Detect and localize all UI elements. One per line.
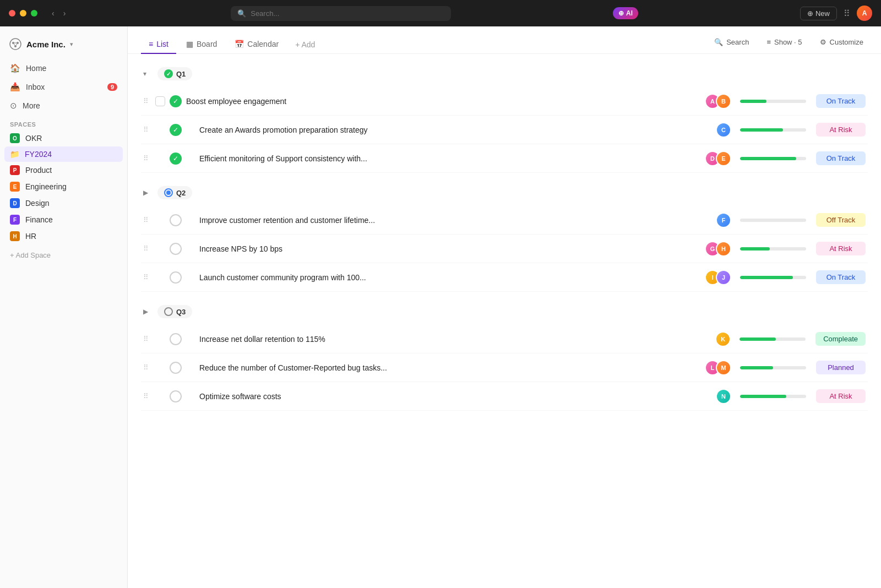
global-search[interactable]: 🔍 [231,6,451,21]
progress-track [740,247,806,251]
drag-handle[interactable]: ⠿ [143,154,151,162]
task-status-empty[interactable] [170,390,182,402]
filter-icon: ≡ [766,38,771,46]
search-action[interactable]: 🔍 Search [710,36,753,48]
q3-circle-icon [164,307,173,316]
progress-fill [740,366,773,369]
task-row: ⠿ ✓ Create an Awards promotion preparati… [141,116,868,144]
view-header: ≡ List ▦ Board 📅 Calendar + Add 🔍 [128,26,881,54]
tab-list[interactable]: ≡ List [141,35,176,54]
tab-calendar[interactable]: 📅 Calendar [227,35,286,54]
plus-icon: ⊕ [807,9,813,18]
status-badge[interactable]: Off Track [816,213,866,227]
group-q3-badge: Q3 [157,305,192,318]
task-status-done[interactable]: ✓ [170,153,182,165]
task-row: ⠿ ✓ Efficient monitoring of Support cons… [141,144,868,173]
main-layout: Acme Inc. ▾ 🏠 Home 📥 Inbox 9 ⊙ More S [0,26,881,588]
add-view-button[interactable]: + Add [289,36,322,53]
engineering-dot: E [10,182,20,192]
drag-handle[interactable]: ⠿ [143,363,151,372]
sidebar-item-home[interactable]: 🏠 Home [4,59,123,77]
task-avatars: N [716,389,731,404]
drag-handle[interactable]: ⠿ [143,126,151,134]
sidebar-item-more[interactable]: ⊙ More [4,97,123,115]
task-checkbox[interactable] [155,96,165,106]
more-icon: ⊙ [10,101,17,111]
task-status-empty[interactable] [170,333,182,345]
task-avatars: K [715,331,731,347]
task-name: Efficient monitoring of Support consiste… [186,154,700,163]
forward-button[interactable]: › [60,8,69,19]
status-badge[interactable]: At Risk [816,242,866,255]
status-badge[interactable]: Compleate [815,332,866,346]
okr-dot: O [10,133,20,143]
progress-track [740,128,806,132]
add-space-button[interactable]: + Add Space [0,247,127,264]
task-avatars: A B [705,94,731,109]
task-row: ⠿ Optimize software costs N At Risk [141,382,868,411]
drag-handle[interactable]: ⠿ [143,97,151,105]
ai-badge[interactable]: ⊕ AI [613,7,638,19]
progress-track [740,100,806,103]
task-status-done[interactable]: ✓ [170,124,182,136]
drag-handle[interactable]: ⠿ [143,335,151,343]
search-input[interactable] [251,9,444,18]
customize-action[interactable]: ⚙ Customize [815,36,868,48]
logo-area[interactable]: Acme Inc. ▾ [0,33,127,59]
task-name: Reduce the number of Customer-Reported b… [186,363,700,372]
drag-handle[interactable]: ⠿ [143,273,151,281]
status-badge[interactable]: At Risk [816,123,866,137]
divider [141,173,868,182]
close-button[interactable] [9,10,15,17]
task-name: Increase NPS by 10 bps [186,244,700,253]
sidebar-item-design[interactable]: D Design [4,195,123,211]
sidebar-item-inbox[interactable]: 📥 Inbox 9 [4,78,123,96]
drag-handle[interactable]: ⠿ [143,216,151,224]
sidebar-item-fy2024[interactable]: 📁 FY2024 [4,146,123,162]
group-q3-toggle[interactable]: ▶ [143,308,152,315]
drag-handle[interactable]: ⠿ [143,392,151,400]
task-avatars: G H [705,241,731,257]
group-q1-header: ▾ ✓ Q1 [141,63,868,85]
maximize-button[interactable] [31,10,37,17]
sidebar-item-hr[interactable]: H HR [4,228,123,244]
sidebar-item-okr[interactable]: O OKR [4,130,123,146]
drag-handle[interactable]: ⠿ [143,244,151,253]
svg-line-6 [16,44,17,46]
task-status-empty[interactable] [170,214,182,226]
grid-icon[interactable]: ⠿ [844,8,850,19]
task-name: Launch customer community program with 1… [186,273,700,282]
user-avatar[interactable]: A [857,6,872,21]
task-status-empty[interactable] [170,243,182,255]
task-status-done[interactable]: ✓ [170,95,182,107]
task-name: Optimize software costs [186,392,711,401]
sidebar-item-finance[interactable]: F Finance [4,211,123,228]
status-badge[interactable]: On Track [816,270,866,284]
task-name: Create an Awards promotion preparation s… [186,126,711,134]
status-badge[interactable]: At Risk [816,389,866,403]
finance-dot: F [10,215,20,225]
status-badge[interactable]: On Track [816,151,866,165]
task-row: ⠿ Improve customer retention and custome… [141,206,868,235]
group-q2-toggle[interactable]: ▶ [143,189,152,197]
progress-track [740,366,806,369]
sidebar-item-product[interactable]: P Product [4,162,123,178]
task-status-empty[interactable] [170,271,182,284]
show-action[interactable]: ≡ Show · 5 [762,36,806,48]
task-avatars: L M [705,360,731,375]
caret-icon: ▾ [70,41,73,48]
task-status-empty[interactable] [170,362,182,374]
new-button[interactable]: ⊕ New [800,7,837,20]
minimize-button[interactable] [20,10,26,17]
sidebar-item-engineering[interactable]: E Engineering [4,178,123,195]
group-q1-toggle[interactable]: ▾ [143,70,152,78]
status-badge[interactable]: On Track [816,94,866,108]
status-badge[interactable]: Planned [816,361,866,374]
back-button[interactable]: ‹ [48,8,58,19]
progress-bar [740,100,812,103]
search-icon: 🔍 [714,38,723,46]
progress-track [739,337,806,341]
calendar-icon: 📅 [235,40,244,48]
task-avatars: F [716,213,731,228]
tab-board[interactable]: ▦ Board [178,35,225,54]
